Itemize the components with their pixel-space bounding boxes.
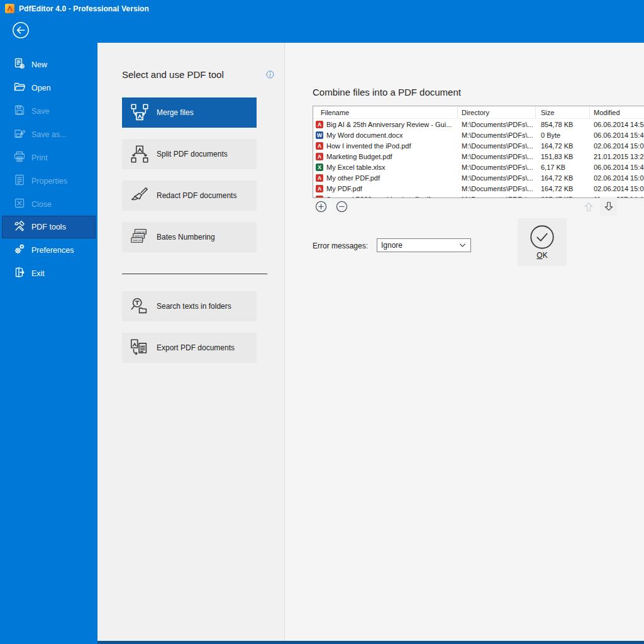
plus-circle-icon	[314, 200, 328, 213]
ok-button-label: OK	[536, 251, 547, 260]
file-row-my-word-document-docx[interactable]: WMy Word document.docxM:\Documents\PDFs\…	[313, 130, 644, 140]
filename-text: My Excel table.xlsx	[326, 164, 386, 171]
window-title: PdfEditor 4.0 - Professional Version	[19, 4, 149, 13]
save-icon	[13, 104, 26, 118]
redact-icon	[129, 185, 150, 206]
tools-panel: Select and use PDF tool Merge filesSplit…	[97, 43, 284, 641]
cell-modified: 06.06.2014 14:59:	[590, 121, 644, 128]
cell-directory: M:\Documents\PDFs\...	[458, 121, 536, 128]
sidebar-item-label: Open	[31, 84, 51, 92]
sidebar-item-close[interactable]: Close	[2, 192, 96, 216]
tool-split-pdf-documents[interactable]: Split PDF documents	[122, 139, 257, 169]
minus-circle-icon	[335, 200, 348, 213]
file-row-my-pdf-pdf[interactable]: AMy PDF.pdfM:\Documents\PDFs\...164,72 K…	[313, 183, 644, 194]
file-row-my-other-pdf-pdf[interactable]: AMy other PDF.pdfM:\Documents\PDFs\...16…	[313, 172, 644, 183]
filename-text: My PDF.pdf	[326, 185, 362, 192]
word-file-icon: W	[316, 131, 323, 139]
main-panel-heading: Combine files into a PDF document	[313, 87, 461, 97]
back-button[interactable]	[12, 21, 30, 39]
column-header-size[interactable]: Size	[536, 106, 590, 118]
tools-panel-header: Select and use PDF tool	[122, 69, 275, 80]
ok-button[interactable]: OK	[518, 218, 567, 266]
error-messages-dropdown[interactable]: Ignore	[377, 238, 471, 252]
bottom-border	[97, 641, 644, 644]
tool-label: Export PDF documents	[157, 343, 235, 352]
tool-export-pdf-documents[interactable]: Export PDF documents	[122, 333, 257, 363]
cell-modified: 02.06.2014 15:02:	[590, 174, 644, 182]
sidebar-item-exit[interactable]: Exit	[2, 262, 96, 285]
pdf-file-icon: A	[316, 121, 323, 128]
cell-size: 164,72 KB	[536, 185, 590, 192]
tool-merge-files[interactable]: Merge files	[122, 97, 257, 128]
sidebar-item-print[interactable]: Print	[2, 146, 96, 169]
file-row-scanned-p300-combined-stuff-pdf[interactable]: AScanned P300 combined stuff.pdfM:\Docum…	[313, 194, 644, 198]
cell-filename: AHow I invented the iPod.pdf	[313, 142, 458, 150]
sidebar-item-open[interactable]: Open	[2, 76, 96, 99]
file-row-my-excel-table-xlsx[interactable]: XMy Excel table.xlsxM:\Documents\PDFs\..…	[313, 162, 644, 172]
sidebar-item-save-as[interactable]: Save as...	[2, 123, 96, 146]
cell-directory: M:\Documents\PDFs\...	[458, 174, 536, 182]
file-row-marketing-budget-pdf[interactable]: AMarketing Budget.pdfM:\Documents\PDFs\.…	[313, 151, 644, 162]
close-icon	[13, 197, 26, 211]
file-row-big-ai-25th-anniversary-review-gui[interactable]: ABig AI & 25th Anniversary Review - Gui.…	[313, 119, 644, 130]
cell-filename: ABig AI & 25th Anniversary Review - Gui.…	[313, 121, 458, 128]
pdf-file-icon: A	[316, 185, 323, 192]
pdf-file-icon: A	[316, 153, 323, 160]
sidebar-item-label: New	[31, 60, 47, 69]
down-arrow-icon	[602, 200, 615, 213]
info-icon[interactable]	[265, 70, 275, 79]
cell-modified: 02.06.2014 15:02:	[590, 185, 644, 192]
move-up-button[interactable]	[580, 198, 597, 215]
remove-file-button[interactable]	[333, 198, 350, 215]
sidebar-item-label: Preferences	[31, 246, 74, 255]
print-icon	[13, 150, 26, 165]
column-header-directory[interactable]: Directory	[458, 106, 536, 118]
up-arrow-icon	[582, 201, 595, 213]
tool-redact-pdf-documents[interactable]: Redact PDF documents	[122, 180, 257, 211]
filename-text: Marketing Budget.pdf	[326, 153, 392, 160]
tool-list-primary: Merge filesSplit PDF documentsRedact PDF…	[122, 97, 284, 252]
tool-list-secondary: Search texts in foldersExport PDF docume…	[122, 291, 284, 363]
sidebar-item-label: Save	[31, 107, 50, 116]
properties-icon	[13, 174, 26, 188]
column-header-modified[interactable]: Modified	[590, 106, 644, 118]
file-table-body: ABig AI & 25th Anniversary Review - Gui.…	[313, 119, 644, 198]
sidebar-item-properties[interactable]: Properties	[2, 169, 96, 192]
split-icon	[129, 143, 150, 165]
cell-size: 0 Byte	[536, 131, 590, 139]
merge-icon	[129, 102, 150, 123]
file-row-how-i-invented-the-ipod-pdf[interactable]: AHow I invented the iPod.pdfM:\Documents…	[313, 140, 644, 151]
tools-divider	[122, 274, 267, 274]
sidebar-item-preferences[interactable]: Preferences	[2, 238, 96, 262]
merge-files-panel: Combine files into a PDF document Filena…	[284, 43, 644, 641]
error-dropdown-value: Ignore	[381, 241, 402, 250]
sidebar-item-new[interactable]: New	[2, 53, 96, 76]
add-file-button[interactable]	[313, 198, 330, 215]
filename-text: Big AI & 25th Anniversary Review - Gui..…	[326, 121, 452, 128]
back-arrow-icon	[12, 21, 30, 39]
tool-bates-numbering[interactable]: 500103500102500101Bates Numbering	[122, 222, 257, 252]
cell-filename: WMy Word document.docx	[313, 131, 458, 139]
sidebar-item-save[interactable]: Save	[2, 99, 96, 123]
cell-filename: XMy Excel table.xlsx	[313, 164, 458, 171]
pdfeditor-window: PdfEditor 4.0 - Professional Version New…	[0, 0, 644, 644]
tool-label: Search texts in folders	[157, 302, 231, 311]
move-down-button[interactable]	[600, 197, 617, 216]
sidebar-item-pdf-tools[interactable]: PDF tools	[2, 216, 96, 238]
tool-search-texts-in-folders[interactable]: Search texts in folders	[122, 291, 257, 321]
tool-label: Bates Numbering	[157, 233, 215, 242]
bates-icon: 500103500102500101	[129, 226, 150, 248]
cell-size: 854,78 KB	[536, 121, 590, 128]
tool-label: Merge files	[157, 108, 194, 117]
pdf-app-logo-icon	[5, 4, 14, 13]
filename-text: My other PDF.pdf	[326, 174, 380, 182]
cell-size: 164,72 KB	[536, 142, 590, 150]
file-table-header: FilenameDirectorySizeModified	[313, 106, 644, 119]
sidebar-item-label: Save as...	[31, 130, 67, 139]
titlebar: PdfEditor 4.0 - Professional Version	[0, 0, 149, 17]
column-header-filename[interactable]: Filename	[313, 106, 458, 118]
cell-modified: 06.06.2014 15:42:	[590, 164, 644, 171]
filename-text: How I invented the iPod.pdf	[326, 142, 411, 150]
cell-modified: 11.05.2007 14:43	[590, 196, 644, 199]
sidebar-item-label: Properties	[31, 177, 67, 186]
